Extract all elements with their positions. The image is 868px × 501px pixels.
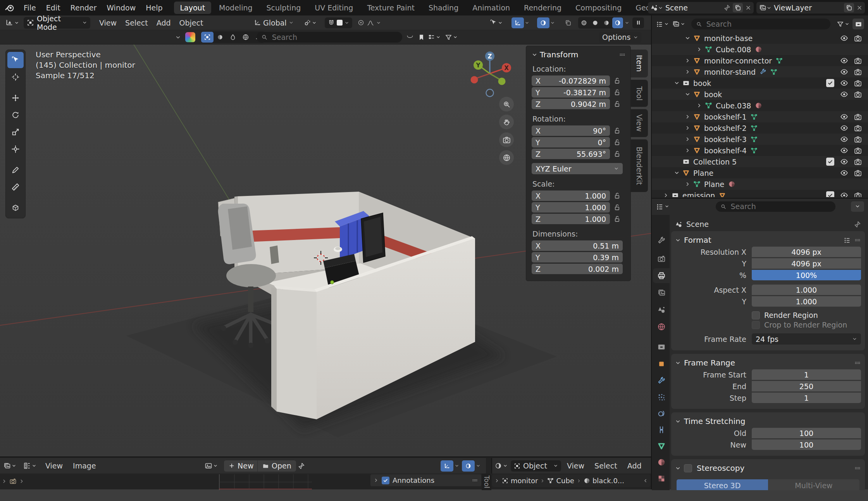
tool-select-box[interactable]: [7, 52, 24, 68]
camera-icon[interactable]: [854, 57, 862, 65]
time-new-field[interactable]: 100: [752, 439, 861, 450]
rotation-x-field[interactable]: X90°: [532, 125, 610, 136]
tab-constraint-properties[interactable]: [653, 422, 670, 437]
chevron-down-icon[interactable]: [476, 463, 480, 468]
collapse-icon[interactable]: [675, 237, 681, 243]
outliner-row[interactable]: Cube.008: [652, 44, 868, 55]
editor-type-button[interactable]: [0, 19, 22, 27]
image-browse-button[interactable]: [205, 462, 218, 470]
time-old-field[interactable]: 100: [752, 428, 861, 438]
menu-add[interactable]: Add: [152, 19, 175, 27]
outliner-row[interactable]: Plane: [652, 178, 868, 190]
dimension-x-field[interactable]: X0.51 m: [532, 240, 623, 251]
eye-icon[interactable]: [840, 79, 848, 87]
multi-view-button[interactable]: Multi-View: [768, 479, 859, 490]
camera-icon[interactable]: [854, 34, 862, 42]
tool-measure[interactable]: [7, 179, 24, 195]
outliner-search[interactable]: [691, 19, 830, 29]
viewlayer-selector[interactable]: ViewLayer: [756, 2, 865, 14]
sidebar-tab-blenderkit[interactable]: BlenderKit: [631, 139, 648, 192]
tab-modifier-properties[interactable]: [653, 374, 670, 388]
editor-corner-icons[interactable]: [2, 477, 24, 485]
scale-y-field[interactable]: Y1.000: [532, 202, 610, 213]
outliner-row[interactable]: bookshelf-2: [652, 122, 868, 134]
outliner-row[interactable]: bookshelf-1: [652, 111, 868, 122]
scene-icon[interactable]: [650, 4, 663, 12]
close-icon[interactable]: [745, 5, 751, 11]
eye-icon[interactable]: [840, 124, 848, 132]
tool-add-primitive[interactable]: [7, 200, 24, 216]
grip-icon[interactable]: [854, 237, 861, 244]
scale-x-field[interactable]: X1.000: [532, 190, 610, 201]
tool-rotate[interactable]: [7, 107, 24, 123]
path-mesh[interactable]: Cube: [556, 477, 574, 485]
tab-rendering[interactable]: Rendering: [518, 2, 568, 14]
camera-icon[interactable]: [854, 79, 862, 87]
properties-search[interactable]: [716, 201, 835, 212]
tab-shading[interactable]: Shading: [422, 2, 465, 14]
grip-icon[interactable]: [854, 465, 861, 472]
viewlayer-icon[interactable]: [759, 4, 772, 12]
location-z-field[interactable]: Z0.9042 m: [532, 99, 610, 109]
dimension-z-field[interactable]: Z0.002 m: [532, 264, 623, 274]
tab-texture-properties[interactable]: [653, 471, 670, 486]
menu-add[interactable]: Add: [623, 462, 646, 470]
tool-annotate[interactable]: [7, 162, 24, 178]
close-icon[interactable]: [856, 5, 863, 11]
pause-button[interactable]: [632, 17, 644, 28]
resolution-y-field[interactable]: 4096 px: [752, 258, 861, 269]
tab-output-properties[interactable]: [653, 268, 670, 283]
frame-rate-dropdown[interactable]: 24 fps: [752, 333, 861, 345]
path-material[interactable]: black.0...: [592, 477, 624, 485]
outliner-row[interactable]: monitor-stand: [652, 66, 868, 77]
menu-view[interactable]: View: [41, 462, 67, 470]
open-image-button[interactable]: Open: [257, 460, 296, 472]
camera-icon[interactable]: [854, 147, 862, 154]
collection-checkbox[interactable]: [826, 79, 834, 87]
chevron-down-icon[interactable]: [672, 170, 681, 176]
shading-wireframe[interactable]: [579, 17, 589, 28]
blenderkit-logo-icon[interactable]: [185, 32, 195, 42]
proportional-edit-toggle[interactable]: [357, 19, 365, 26]
chevron-right-icon[interactable]: [694, 103, 704, 108]
chevron-right-icon[interactable]: [683, 148, 692, 153]
collapse-icon[interactable]: [532, 52, 537, 58]
tab-render-properties[interactable]: [653, 251, 670, 266]
chevron-right-icon[interactable]: [661, 192, 670, 197]
lock-open-icon[interactable]: [613, 204, 621, 211]
falloff-curve-icon[interactable]: [367, 19, 374, 27]
outliner-row[interactable]: monitor-base: [652, 33, 868, 44]
show-gizmos-toggle[interactable]: [512, 17, 524, 28]
grip-icon[interactable]: [854, 359, 861, 366]
xray-toggle[interactable]: [562, 17, 574, 28]
camera-icon[interactable]: [854, 124, 862, 132]
bookmark-icon[interactable]: [418, 34, 425, 41]
chevron-right-icon[interactable]: [683, 136, 692, 142]
menu-object[interactable]: Object: [175, 19, 208, 27]
collection-checkbox[interactable]: [826, 191, 834, 197]
render-region-checkbox[interactable]: [752, 311, 760, 319]
pin-icon[interactable]: [298, 462, 305, 470]
lock-open-icon[interactable]: [613, 77, 621, 84]
outliner-row[interactable]: book: [652, 89, 868, 100]
scene-name[interactable]: Scene: [665, 3, 721, 12]
collapse-icon[interactable]: [675, 465, 681, 471]
frame-start-field[interactable]: 1: [752, 369, 861, 380]
chevron-down-icon[interactable]: [625, 21, 629, 25]
show-overlays-toggle[interactable]: [537, 17, 549, 28]
chevron-down-icon[interactable]: [436, 35, 441, 39]
tab-animation[interactable]: Animation: [466, 2, 516, 14]
chevron-down-icon[interactable]: [550, 21, 555, 25]
outliner-row[interactable]: book: [652, 77, 868, 89]
chevron-down-icon[interactable]: [344, 21, 349, 25]
monitor-object[interactable]: [361, 213, 385, 263]
location-x-field[interactable]: X-0.072829 m: [532, 75, 610, 86]
outliner-row[interactable]: bookshelf-3: [652, 134, 868, 145]
shading-rendered[interactable]: [612, 17, 623, 28]
scale-z-field[interactable]: Z1.000: [532, 214, 610, 224]
editor-type-button[interactable]: [494, 462, 508, 470]
path-object[interactable]: monitor: [511, 477, 538, 485]
chevron-right-icon[interactable]: [683, 69, 692, 75]
tab-material-properties[interactable]: [653, 455, 670, 470]
dimension-y-field[interactable]: Y0.39 m: [532, 252, 623, 263]
